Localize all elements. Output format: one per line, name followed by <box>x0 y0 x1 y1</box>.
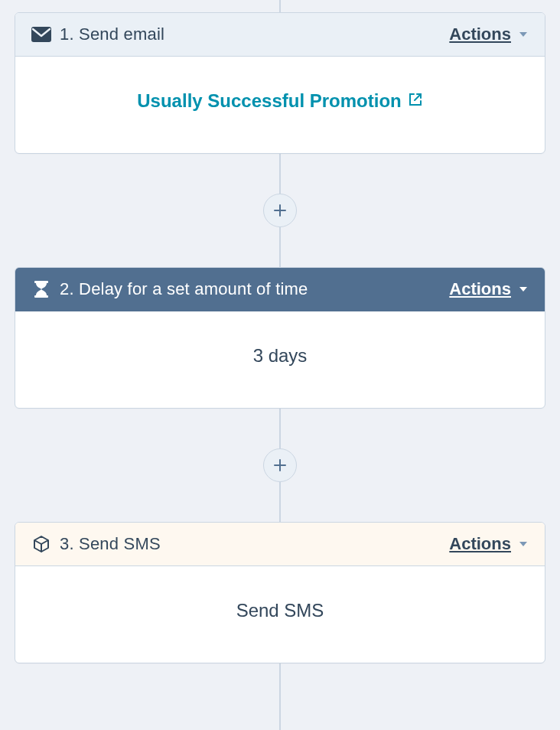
email-icon <box>31 24 52 45</box>
svg-rect-1 <box>34 281 48 283</box>
add-step-button[interactable] <box>263 448 297 482</box>
step-header: 2. Delay for a set amount of time Action… <box>15 268 545 311</box>
step-header: 1. Send email Actions <box>15 13 545 57</box>
delay-duration-text: 3 days <box>253 345 308 367</box>
step-header: 3. Send SMS Actions <box>15 523 545 566</box>
cube-icon <box>31 533 52 555</box>
add-step-button[interactable] <box>263 194 297 227</box>
workflow-step-send-email[interactable]: 1. Send email Actions Usually Successful… <box>15 12 545 154</box>
workflow-step-delay[interactable]: 2. Delay for a set amount of time Action… <box>15 267 545 409</box>
step-title: 3. Send SMS <box>60 534 449 554</box>
hourglass-icon <box>31 279 52 300</box>
step-actions-menu[interactable]: Actions <box>449 534 529 554</box>
external-link-icon <box>408 90 423 112</box>
step-actions-menu[interactable]: Actions <box>449 279 529 299</box>
chevron-down-icon <box>517 538 529 550</box>
svg-rect-2 <box>34 295 48 298</box>
svg-rect-0 <box>31 27 51 42</box>
chevron-down-icon <box>517 283 529 295</box>
chevron-down-icon <box>517 28 529 41</box>
step-title: 2. Delay for a set amount of time <box>60 279 449 299</box>
email-template-link[interactable]: Usually Successful Promotion <box>137 90 422 112</box>
step-body: Usually Successful Promotion <box>15 57 545 153</box>
sms-body-text: Send SMS <box>236 600 324 621</box>
step-body: 3 days <box>15 311 545 408</box>
workflow-step-send-sms[interactable]: 3. Send SMS Actions Send SMS <box>15 522 545 663</box>
step-actions-menu[interactable]: Actions <box>449 24 529 44</box>
step-body: Send SMS <box>15 566 545 663</box>
step-title: 1. Send email <box>60 24 449 44</box>
